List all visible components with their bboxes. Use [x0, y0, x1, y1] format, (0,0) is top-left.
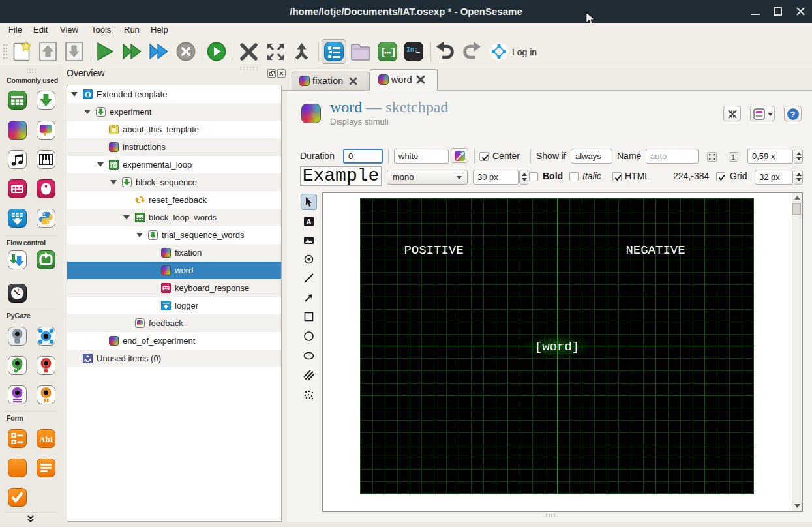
- svg-text:O: O: [85, 90, 91, 99]
- svg-text:1: 1: [732, 154, 736, 161]
- svg-text:?: ?: [790, 110, 796, 119]
- svg-text:A: A: [307, 218, 312, 226]
- svg-text:]: ]: [390, 46, 397, 59]
- svg-text:AbI: AbI: [39, 434, 53, 444]
